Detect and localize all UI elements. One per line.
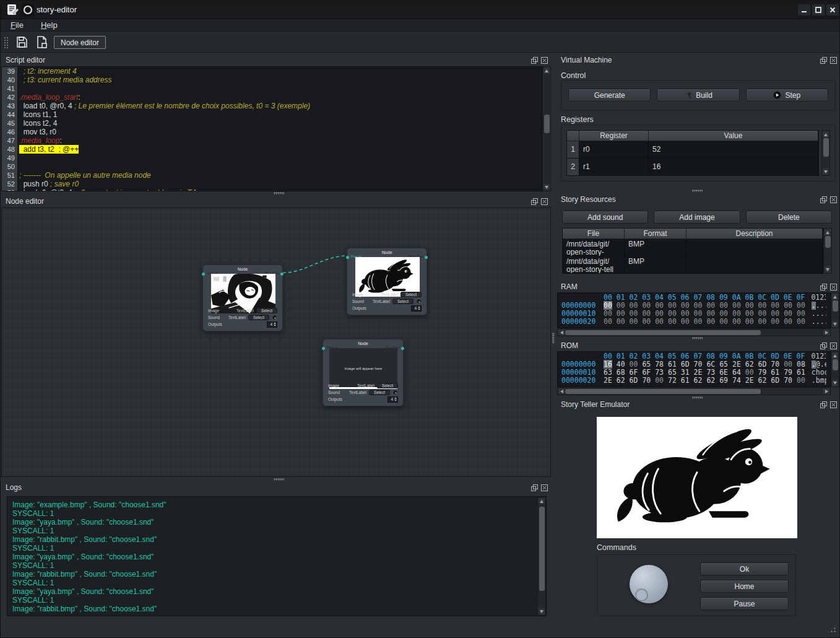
script-editor-vscrollbar[interactable] [542, 66, 551, 191]
resource-cell[interactable]: BMP [625, 256, 686, 274]
scroll-down-button[interactable] [825, 266, 831, 273]
float-icon[interactable] [820, 56, 828, 64]
outputs-spinner[interactable]: 4 [388, 396, 398, 403]
scroll-up-button[interactable] [823, 131, 829, 138]
scroll-down-button[interactable] [539, 608, 545, 614]
scrollbar-thumb[interactable] [833, 300, 838, 312]
select-image-button[interactable]: Select [401, 292, 422, 297]
rom-hex-view[interactable]: 00 01 02 03 04 05 06 07 08 09 0A 0B 0C 0… [557, 351, 831, 387]
splitter-handle[interactable] [274, 192, 284, 194]
scroll-up-button[interactable] [539, 498, 545, 504]
registers-column-header[interactable]: Register [579, 131, 649, 141]
scroll-down-button[interactable] [543, 184, 550, 190]
output-port[interactable] [401, 347, 404, 350]
select-sound-button[interactable]: Select [392, 299, 414, 304]
ram-hscrollbar[interactable] [557, 328, 831, 336]
register-cell[interactable]: r0 [579, 141, 649, 159]
save-button[interactable] [13, 33, 30, 51]
scroll-up-button[interactable] [832, 294, 838, 300]
outputs-spinner[interactable]: 4 [411, 305, 422, 312]
scroll-down-button[interactable] [823, 168, 829, 175]
spin-down-icon[interactable] [418, 308, 420, 310]
rom-vscrollbar[interactable] [831, 351, 839, 387]
register-cell[interactable]: 52 [649, 141, 818, 159]
delete-button[interactable]: Delete [746, 211, 832, 224]
float-icon[interactable] [820, 196, 828, 204]
registers-column-header[interactable]: Value [649, 131, 818, 141]
step-button[interactable]: Step [746, 89, 828, 102]
rom-hscrollbar[interactable] [557, 387, 831, 395]
float-icon[interactable] [820, 342, 828, 350]
select-sound-button[interactable]: Select [369, 390, 390, 395]
scroll-left-button[interactable] [558, 388, 565, 394]
outputs-spinner[interactable]: 4 [267, 321, 277, 328]
node-editor-toggle-button[interactable]: Node editor [54, 36, 106, 49]
scroll-up-button[interactable] [825, 229, 831, 235]
ram-hex-view[interactable]: 00 01 02 03 04 05 06 07 08 09 0A 0B 0C 0… [557, 292, 831, 328]
export-button[interactable] [33, 33, 51, 51]
registers-table[interactable]: RegisterValue1r0522r116 [566, 130, 819, 176]
splitter-handle-vertical[interactable] [552, 333, 555, 343]
output-port[interactable] [280, 273, 284, 276]
scroll-up-button[interactable] [543, 68, 550, 74]
close-icon[interactable] [540, 484, 548, 492]
build-button[interactable]: Build [657, 89, 739, 102]
scroll-right-button[interactable] [823, 388, 829, 394]
spin-up-icon[interactable] [274, 322, 276, 324]
spin-up-icon[interactable] [418, 306, 420, 308]
output-port[interactable] [425, 256, 428, 259]
code-lines[interactable]: 39 ; t2: increment 440 ; t3: current med… [1, 66, 542, 191]
input-port[interactable] [322, 347, 325, 350]
splitter-handle[interactable] [692, 396, 703, 399]
menu-help[interactable]: Help [37, 20, 61, 30]
resource-cell[interactable] [686, 239, 823, 256]
resources-column-header[interactable]: Format [625, 229, 686, 239]
registers-vscrollbar[interactable] [821, 130, 830, 176]
scrollbar-thumb[interactable] [825, 236, 831, 248]
add-image-button[interactable]: Add image [654, 211, 740, 224]
resources-column-header[interactable]: File [563, 229, 625, 239]
play-sound-button[interactable] [392, 390, 398, 395]
close-icon[interactable] [540, 56, 548, 64]
scroll-right-button[interactable] [823, 330, 829, 335]
minimize-button[interactable] [798, 4, 810, 15]
maximize-button[interactable] [812, 4, 825, 15]
spin-up-icon[interactable] [394, 397, 397, 399]
play-sound-button[interactable] [416, 299, 422, 304]
close-icon[interactable] [829, 56, 838, 64]
window-resize-grip[interactable] [827, 624, 837, 634]
selection-knob[interactable] [630, 565, 668, 603]
close-icon[interactable] [829, 401, 838, 409]
float-icon[interactable] [530, 198, 539, 206]
close-icon[interactable] [829, 342, 838, 350]
scroll-down-button[interactable] [832, 380, 838, 386]
scroll-up-button[interactable] [832, 352, 838, 359]
media-node-yaya[interactable]: Node Port In Port Out ImageTextLabelSele… [202, 264, 283, 331]
menu-file[interactable]: File [7, 20, 27, 30]
generate-button[interactable]: Generate [568, 89, 651, 102]
node-canvas[interactable]: Node Port In Port Out ImageTextLabelSele… [1, 208, 551, 477]
scroll-left-button[interactable] [558, 330, 565, 335]
play-sound-button[interactable] [272, 315, 277, 320]
close-button[interactable] [826, 4, 839, 15]
scroll-down-button[interactable] [832, 321, 838, 327]
close-icon[interactable] [540, 198, 548, 206]
scrollbar-thumb[interactable] [539, 507, 545, 591]
float-icon[interactable] [530, 56, 539, 64]
pause-button[interactable]: Pause [700, 597, 789, 610]
register-cell[interactable]: 1 [567, 141, 579, 159]
resources-vscrollbar[interactable] [823, 228, 832, 274]
float-icon[interactable] [530, 484, 539, 492]
close-icon[interactable] [829, 196, 838, 204]
splitter-handle[interactable] [274, 478, 284, 481]
spin-down-icon[interactable] [274, 325, 276, 326]
input-port[interactable] [346, 256, 349, 259]
home-button[interactable]: Home [700, 580, 789, 593]
scrollbar-thumb[interactable] [565, 330, 761, 335]
register-cell[interactable]: 16 [649, 159, 818, 176]
resource-cell[interactable]: /mnt/data/git/ open-story-tell… [563, 239, 625, 256]
close-icon[interactable] [829, 283, 838, 291]
resource-cell[interactable]: BMP [625, 239, 686, 256]
float-icon[interactable] [820, 401, 828, 409]
input-port[interactable] [202, 273, 205, 276]
